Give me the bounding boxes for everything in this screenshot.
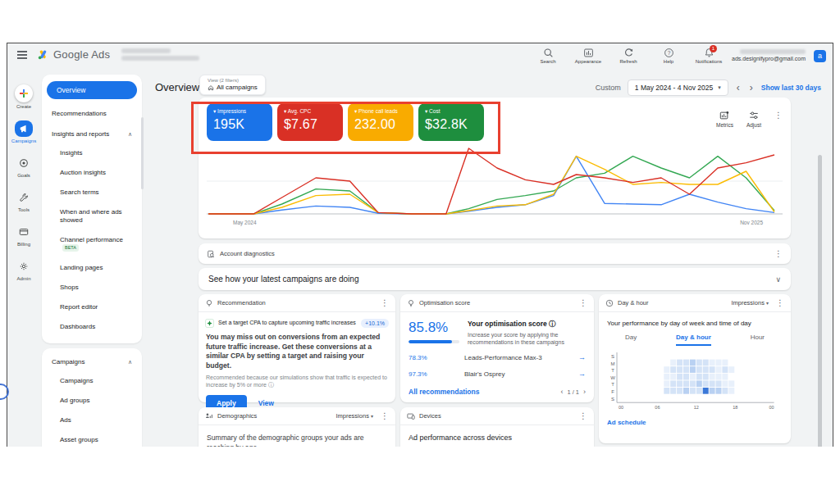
sidebar-item-recommendations[interactable]: Recommendations	[42, 104, 142, 124]
performance-trend-chart[interactable]	[205, 147, 784, 219]
next-period-button[interactable]: ›	[748, 82, 755, 93]
metrics-icon	[719, 111, 729, 120]
adjust-button[interactable]: Adjust	[746, 111, 761, 128]
campaign-score-row[interactable]: 97.3% Blair's Osprey →	[400, 366, 594, 382]
optimisation-card-title: Optimisation score	[419, 299, 575, 306]
sidebar-item-ad-groups[interactable]: Ad groups	[42, 391, 142, 411]
main-menu-icon[interactable]	[16, 48, 29, 61]
day-hour-description: Your performance by day of week and time…	[599, 312, 791, 329]
rail-item-create[interactable]: Create	[15, 84, 33, 109]
ad-schedule-link[interactable]: Ad schedule	[599, 415, 791, 430]
sidebar-item-landing-pages[interactable]: Landing pages	[42, 258, 142, 278]
refresh-icon	[623, 48, 634, 58]
home-icon	[208, 84, 214, 91]
previous-period-button[interactable]: ‹	[735, 82, 742, 93]
recommendation-item-title[interactable]: Set a target CPA to capture upcoming tra…	[218, 320, 357, 326]
scorecard-value: 195K	[213, 117, 266, 132]
scorecard-phone-call-leads[interactable]: ▾ Phone call leads 232.00	[348, 103, 413, 141]
tab-day-and-hour[interactable]: Day & hour	[676, 334, 711, 346]
show-last-30-days-link[interactable]: Show last 30 days	[761, 84, 821, 92]
pagination-prev-icon[interactable]: ‹	[560, 388, 563, 396]
sidebar-item-when-and-where-ads-showed[interactable]: When and where ads showed	[42, 202, 142, 230]
info-icon[interactable]: ⓘ	[268, 382, 274, 388]
demographics-menu-icon[interactable]: ⋮	[381, 411, 389, 421]
sidebar-item-channel-performance[interactable]: Channel performanceBETA	[42, 230, 142, 258]
day-hour-metric-selector[interactable]: Impressions ▾	[731, 299, 769, 306]
scorecard-avg-cpc[interactable]: ▾ Avg. CPC $7.67	[277, 103, 343, 141]
date-range-selector[interactable]: 1 May 2024 - 4 Nov 2025 ▾	[628, 79, 728, 96]
main-scrollbar[interactable]	[818, 155, 822, 447]
recommendation-menu-icon[interactable]: ⋮	[381, 298, 389, 308]
sidebar-item-asset-groups[interactable]: Asset groups	[42, 430, 142, 447]
sidebar-item-dashboards[interactable]: Dashboards	[42, 317, 142, 337]
help-button[interactable]: ?Help	[654, 48, 683, 64]
scorecard-impressions[interactable]: ▾ Impressions 195K	[207, 103, 272, 141]
demographics-description: Summary of the demographic groups your a…	[199, 425, 395, 447]
devices-menu-icon[interactable]: ⋮	[579, 411, 587, 421]
avatar[interactable]: a	[814, 50, 826, 62]
latest-campaigns-banner[interactable]: See how your latest campaigns are doing …	[199, 268, 791, 290]
sidebar-item-shops[interactable]: Shops	[42, 278, 142, 297]
demographics-metric-selector[interactable]: Impressions ▾	[336, 412, 373, 420]
notification-badge: 1	[710, 45, 717, 52]
beta-badge: BETA	[62, 244, 79, 252]
sidebar-item-insights[interactable]: Insights	[42, 143, 142, 163]
product-name: Google Ads	[53, 48, 110, 61]
scorecard-cost[interactable]: ▾ Cost $32.8K	[418, 103, 484, 141]
appearance-button[interactable]: Appearance	[573, 48, 603, 64]
day-hour-heatmap[interactable]: SMTWTFS0006121800	[607, 351, 783, 415]
arrow-right-icon[interactable]: →	[578, 353, 586, 361]
sidebar-item-ads[interactable]: Ads	[42, 411, 142, 430]
optimisation-bulb-icon	[407, 299, 415, 307]
day-hour-card: Day & hour Impressions ▾ ⋮ Your performa…	[599, 294, 791, 443]
sidebar-item-search-terms[interactable]: Search terms	[42, 183, 142, 202]
tab-day[interactable]: Day	[625, 334, 637, 346]
rail-item-campaigns[interactable]: Campaigns	[11, 120, 36, 143]
tab-hour[interactable]: Hour	[751, 334, 765, 346]
rail-item-billing[interactable]: Billing	[15, 224, 33, 247]
sidenav-scrollbar[interactable]	[141, 117, 144, 189]
page-title: Overview	[155, 81, 199, 93]
view-button[interactable]: View	[258, 399, 274, 407]
campaign-score-row[interactable]: 78.3% Leads-Performance Max-3 →	[400, 349, 594, 366]
recommendation-body: You may miss out on conversions from an …	[199, 329, 395, 370]
rail-item-admin[interactable]: Admin	[15, 258, 33, 281]
account-info[interactable]: ads.designifypro@gmail.com	[732, 49, 806, 61]
view-filter-chip[interactable]: View (2 filters) All campaigns	[199, 75, 266, 95]
info-icon[interactable]: ⓘ	[549, 320, 556, 328]
x-axis-label-end: Nov 2025	[740, 220, 763, 225]
sidebar-item-campaigns[interactable]: Campaigns	[42, 371, 142, 391]
search-button[interactable]: Search	[533, 48, 563, 64]
goals-target-icon	[19, 158, 29, 168]
svg-text:T: T	[611, 368, 614, 373]
diagnostics-menu-icon[interactable]: ⋮	[774, 249, 783, 259]
optimisation-score-bar	[409, 340, 459, 343]
svg-text:12: 12	[694, 405, 699, 410]
x-axis-label-start: May 2024	[233, 220, 257, 225]
sidebar-item-report-editor[interactable]: Report editor	[42, 297, 142, 317]
account-diagnostics-card[interactable]: Account diagnostics ⋮	[199, 243, 791, 264]
sidenav-group-header-campaigns[interactable]: Campaigns ∧	[42, 352, 142, 371]
chart-card-menu-icon[interactable]: ⋮	[774, 111, 783, 120]
optimisation-subtext: Increase your score by applying the reco…	[468, 331, 586, 346]
sidebar-item-auction-insights[interactable]: Auction insights	[42, 163, 142, 183]
sidenav-group-campaigns-card: Campaigns ∧ CampaignsAd groupsAdsAsset g…	[42, 348, 142, 447]
optimisation-menu-icon[interactable]: ⋮	[579, 298, 587, 308]
rail-item-tools[interactable]: Tools	[15, 189, 33, 212]
help-icon: ?	[664, 48, 674, 58]
notifications-button[interactable]: Notifications1	[694, 48, 724, 64]
sidenav-group-header-insights[interactable]: Insights and reports ∧	[42, 124, 142, 143]
pagination-next-icon[interactable]: ›	[583, 388, 586, 396]
recommendation-bulb-icon	[205, 299, 213, 307]
rail-item-goals[interactable]: Goals	[15, 155, 33, 178]
all-recommendations-link[interactable]: All recommendations	[409, 388, 560, 396]
arrow-right-icon[interactable]: →	[578, 370, 586, 378]
sidebar-item-overview[interactable]: Overview	[47, 81, 137, 99]
google-ads-app-window: Google Ads SearchAppearanceRefresh?HelpN…	[7, 43, 833, 447]
metrics-button[interactable]: Metrics	[716, 111, 733, 128]
refresh-button[interactable]: Refresh	[614, 48, 643, 64]
optimisation-score-card: Optimisation score ⋮ 85.8% Your optimisa…	[400, 294, 594, 402]
day-hour-menu-icon[interactable]: ⋮	[776, 298, 784, 308]
search-icon	[543, 48, 554, 58]
chevron-down-icon[interactable]: ∨	[775, 275, 781, 284]
